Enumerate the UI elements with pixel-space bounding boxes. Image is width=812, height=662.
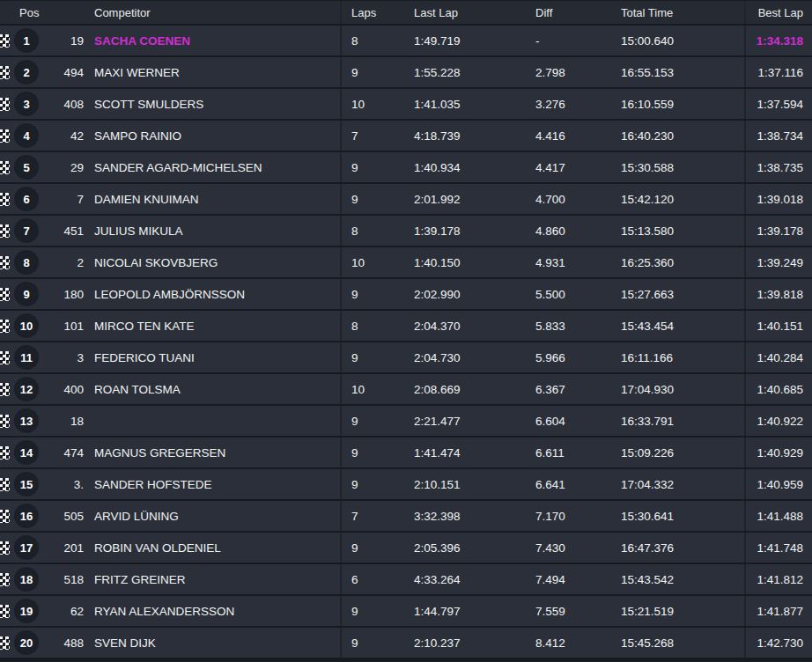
- position-cell: 13: [14, 406, 39, 436]
- best-lap-cell: 1:40.929: [744, 438, 812, 467]
- competitor-number: 408: [39, 89, 84, 119]
- diff-cell: 5.966: [535, 342, 621, 372]
- competitor-number: 19: [39, 26, 84, 55]
- last-lap-cell: 2:08.669: [414, 374, 535, 404]
- total-time-cell: 15:27.663: [621, 279, 744, 309]
- competitor-number: 400: [39, 374, 84, 404]
- position-badge: 12: [14, 377, 39, 401]
- competitor-number: 7: [39, 184, 84, 214]
- competitor-number: 474: [39, 438, 84, 467]
- table-row[interactable]: 17 201 ROBIN VAN OLDENIEL 9 2:05.396 7.4…: [0, 533, 812, 564]
- last-lap-cell: 2:10.237: [414, 628, 535, 658]
- position-badge: 5: [14, 155, 39, 180]
- last-lap-cell: 2:04.370: [414, 311, 535, 341]
- flag-cell: [0, 469, 14, 499]
- column-header-best-lap: Best Lap: [744, 1, 812, 24]
- total-time-cell: 15:45.268: [621, 628, 744, 658]
- column-header-last-lap: Last Lap: [414, 1, 535, 24]
- position-badge: 15: [14, 472, 39, 496]
- flag-cell: [0, 533, 14, 563]
- competitor-name: ROBIN VAN OLDENIEL: [84, 533, 340, 563]
- flag-cell: [0, 89, 14, 119]
- best-lap-cell: 1:39.018: [744, 184, 812, 214]
- table-row[interactable]: 2 494 MAXI WERNER 9 1:55.228 2.798 16:55…: [0, 57, 812, 89]
- live-timing-table: Pos Competitor Laps Last Lap Diff Total …: [0, 0, 812, 659]
- checkered-flag-icon: [0, 224, 10, 238]
- table-row[interactable]: 8 2 NICOLAI SKOVBJERG 10 1:40.150 4.931 …: [0, 247, 812, 279]
- diff-cell: 2.798: [535, 57, 621, 87]
- table-row[interactable]: 10 101 MIRCO TEN KATE 8 2:04.370 5.833 1…: [0, 311, 812, 342]
- position-cell: 9: [14, 279, 39, 309]
- checkered-flag-icon: [0, 66, 10, 79]
- checkered-flag-icon: [0, 510, 10, 523]
- position-cell: 20: [14, 628, 39, 658]
- best-lap-cell: 1:39.818: [744, 279, 812, 309]
- last-lap-cell: 1:41.474: [414, 438, 535, 467]
- table-row[interactable]: 9 180 LEOPOLD AMBJÖRNSSON 9 2:02.990 5.5…: [0, 279, 812, 311]
- total-time-cell: 17:04.930: [621, 374, 744, 404]
- last-lap-cell: 4:33.264: [414, 564, 535, 594]
- checkered-flag-icon: [0, 541, 10, 555]
- checkered-flag-icon: [0, 256, 10, 269]
- table-row[interactable]: 3 408 SCOTT SMULDERS 10 1:41.035 3.276 1…: [0, 89, 812, 121]
- flag-cell: [0, 628, 14, 658]
- table-row[interactable]: 4 42 SAMPO RAINIO 7 4:18.739 4.416 16:40…: [0, 121, 812, 152]
- position-cell: 6: [14, 184, 39, 214]
- competitor-name: SANDER AGARD-MICHELSEN: [84, 152, 340, 182]
- table-row[interactable]: 19 62 RYAN ALEXANDERSSON 9 1:44.797 7.55…: [0, 596, 812, 628]
- flag-cell: [0, 596, 14, 626]
- table-row[interactable]: 20 488 SVEN DIJK 9 2:10.237 8.412 15:45.…: [0, 628, 812, 659]
- laps-cell: 9: [340, 342, 414, 372]
- laps-cell: 9: [340, 406, 414, 436]
- flag-cell: [0, 342, 14, 372]
- best-lap-cell: 1:38.734: [744, 121, 812, 151]
- flag-cell: [0, 57, 14, 87]
- flag-cell: [0, 26, 14, 55]
- checkered-flag-icon: [0, 573, 10, 586]
- total-time-cell: 15:21.519: [621, 596, 744, 626]
- competitor-name: [84, 406, 340, 436]
- competitor-number: 201: [39, 533, 84, 563]
- column-header-competitor: Competitor: [84, 6, 340, 19]
- competitor-name: FEDERICO TUANI: [84, 342, 340, 372]
- position-badge: 13: [14, 408, 39, 433]
- table-row[interactable]: 16 505 ARVID LÜNING 7 3:32.398 7.170 15:…: [0, 501, 812, 533]
- table-row[interactable]: 11 3 FEDERICO TUANI 9 2:04.730 5.966 16:…: [0, 342, 812, 374]
- best-lap-cell: 1:42.730: [744, 628, 812, 658]
- competitor-number: 451: [39, 216, 84, 246]
- competitor-name: SCOTT SMULDERS: [84, 89, 340, 119]
- competitor-name: SVEN DIJK: [84, 628, 340, 658]
- table-row[interactable]: 12 400 ROAN TOLSMA 10 2:08.669 6.367 17:…: [0, 374, 812, 406]
- table-row[interactable]: 6 7 DAMIEN KNUIMAN 9 2:01.992 4.700 15:4…: [0, 184, 812, 216]
- diff-cell: 4.860: [535, 216, 621, 246]
- last-lap-cell: 2:02.990: [414, 279, 535, 309]
- table-row[interactable]: 5 29 SANDER AGARD-MICHELSEN 9 1:40.934 4…: [0, 152, 812, 184]
- position-cell: 11: [14, 342, 39, 372]
- total-time-cell: 16:10.559: [621, 89, 744, 119]
- table-row[interactable]: 1 19 SACHA COENEN 8 1:49.719 - 15:00.640…: [0, 26, 812, 57]
- total-time-cell: 15:42.120: [621, 184, 744, 214]
- position-badge: 3: [14, 92, 39, 116]
- table-header: Pos Competitor Laps Last Lap Diff Total …: [0, 0, 812, 26]
- table-row[interactable]: 7 451 JULIUS MIKULA 8 1:39.178 4.860 15:…: [0, 216, 812, 247]
- position-cell: 1: [14, 26, 39, 55]
- table-row[interactable]: 15 3. SANDER HOFSTEDE 9 2:10.151 6.641 1…: [0, 469, 812, 501]
- table-row[interactable]: 18 518 FRITZ GREINER 6 4:33.264 7.494 15…: [0, 564, 812, 596]
- table-row[interactable]: 13 18 9 2:21.477 6.604 16:33.791 1:40.92…: [0, 406, 812, 438]
- competitor-name: LEOPOLD AMBJÖRNSSON: [84, 279, 340, 309]
- last-lap-cell: 1:40.150: [414, 247, 535, 277]
- competitor-name: RYAN ALEXANDERSSON: [84, 596, 340, 626]
- competitor-number: 2: [39, 247, 84, 277]
- position-badge: 20: [14, 630, 39, 655]
- laps-cell: 9: [340, 628, 414, 658]
- competitor-number: 3: [39, 342, 84, 372]
- competitor-name: DAMIEN KNUIMAN: [84, 184, 340, 214]
- flag-cell: [0, 247, 14, 277]
- last-lap-cell: 1:44.797: [414, 596, 535, 626]
- checkered-flag-icon: [0, 34, 10, 48]
- laps-cell: 10: [340, 374, 414, 404]
- competitor-number: 18: [39, 406, 84, 436]
- position-badge: 4: [14, 123, 39, 148]
- diff-cell: 6.604: [535, 406, 621, 436]
- table-row[interactable]: 14 474 MAGNUS GREGERSEN 9 1:41.474 6.611…: [0, 438, 812, 469]
